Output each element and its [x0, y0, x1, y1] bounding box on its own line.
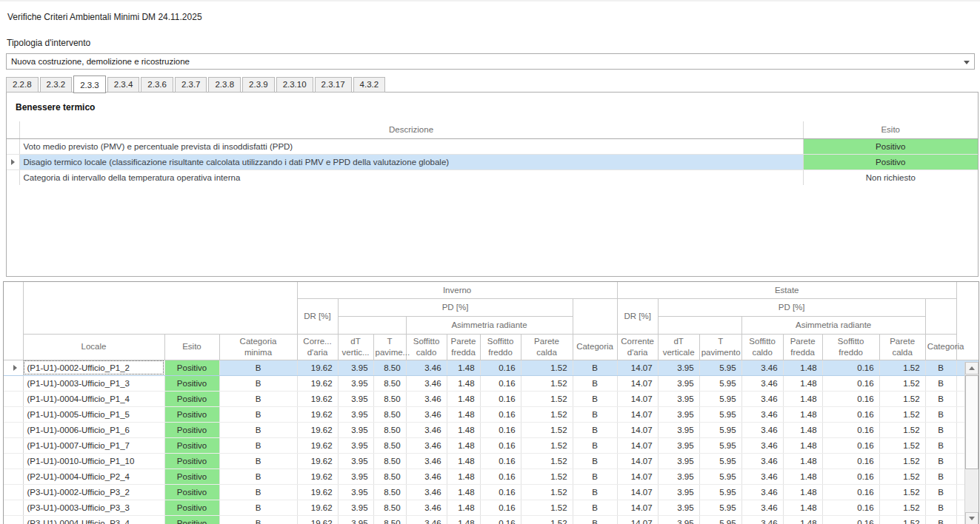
- inverno-parete-fredda-cell[interactable]: 1.48: [447, 422, 480, 437]
- locale-cell[interactable]: (P3-U1)-0004-Ufficio_P3_4: [23, 515, 164, 524]
- locale-cell[interactable]: (P2-U1)-0004-Ufficio_P2_4: [23, 468, 164, 484]
- inverno-t-pavimento-cell[interactable]: 8.50: [373, 422, 406, 437]
- locale-cell[interactable]: (P1-U1)-0010-Ufficio_P1_10: [23, 453, 164, 468]
- benessere-row[interactable]: Voto medio previsto (PMV) e percentuale …: [7, 138, 978, 154]
- inverno-dt-verticale-cell[interactable]: 3.95: [338, 437, 373, 453]
- estate-soffitto-freddo-cell[interactable]: 0.16: [822, 375, 879, 391]
- column-header-dt-vertic[interactable]: dT vertic...: [338, 334, 373, 360]
- estate-soffitto-freddo-cell[interactable]: 0.16: [822, 437, 879, 453]
- estate-corrente-daria-cell[interactable]: 14.07: [617, 468, 658, 484]
- inverno-soffitto-freddo-cell[interactable]: 0.16: [480, 500, 521, 515]
- estate-dt-verticale-cell[interactable]: 3.95: [658, 391, 699, 406]
- column-header-parete-calda[interactable]: Parete calda: [879, 334, 925, 360]
- estate-dt-verticale-cell[interactable]: 3.95: [658, 406, 699, 422]
- esito-cell[interactable]: Positivo: [164, 375, 219, 391]
- inverno-parete-calda-cell[interactable]: 1.52: [521, 437, 573, 453]
- column-header-corrente-d-aria[interactable]: Corrente d'aria: [617, 334, 658, 360]
- tab-2-3-3[interactable]: 2.3.3: [73, 75, 106, 93]
- inverno-parete-calda-cell[interactable]: 1.52: [521, 515, 573, 524]
- estate-parete-fredda-cell[interactable]: 1.48: [783, 515, 822, 524]
- inverno-soffitto-caldo-cell[interactable]: 3.46: [406, 468, 447, 484]
- column-header-categoria[interactable]: Categoria: [573, 334, 617, 360]
- inverno-t-pavimento-cell[interactable]: 8.50: [373, 406, 406, 422]
- inverno-parete-calda-cell[interactable]: 1.52: [521, 453, 573, 468]
- categoria-minima-cell[interactable]: B: [219, 453, 297, 468]
- inverno-parete-fredda-cell[interactable]: 1.48: [447, 375, 480, 391]
- inverno-categoria-cell[interactable]: B: [573, 468, 617, 484]
- inverno-corrente-daria-cell[interactable]: 19.62: [297, 391, 338, 406]
- esito-cell[interactable]: Positivo: [164, 422, 219, 437]
- grid-row[interactable]: (P1-U1)-0007-Ufficio_P1_7PositivoB19.623…: [4, 437, 979, 453]
- inverno-soffitto-freddo-cell[interactable]: 0.16: [480, 360, 521, 375]
- categoria-minima-cell[interactable]: B: [219, 500, 297, 515]
- inverno-parete-calda-cell[interactable]: 1.52: [521, 406, 573, 422]
- column-header-soffitto-caldo[interactable]: Soffitto caldo: [741, 334, 783, 360]
- estate-corrente-daria-cell[interactable]: 14.07: [617, 375, 658, 391]
- categoria-minima-cell[interactable]: B: [219, 360, 297, 375]
- categoria-minima-cell[interactable]: B: [219, 406, 297, 422]
- estate-soffitto-freddo-cell[interactable]: 0.16: [822, 468, 879, 484]
- inverno-soffitto-caldo-cell[interactable]: 3.46: [406, 360, 447, 375]
- estate-parete-calda-cell[interactable]: 1.52: [879, 360, 925, 375]
- inverno-soffitto-caldo-cell[interactable]: 3.46: [406, 500, 447, 515]
- estate-t-pavimento-cell[interactable]: 5.95: [699, 500, 741, 515]
- inverno-dt-verticale-cell[interactable]: 3.95: [338, 500, 373, 515]
- inverno-parete-calda-cell[interactable]: 1.52: [521, 500, 573, 515]
- tab-2-3-6[interactable]: 2.3.6: [141, 77, 173, 93]
- inverno-soffitto-freddo-cell[interactable]: 0.16: [480, 468, 521, 484]
- esito-cell[interactable]: Positivo: [803, 154, 978, 169]
- estate-dt-verticale-cell[interactable]: 3.95: [658, 360, 699, 375]
- estate-parete-fredda-cell[interactable]: 1.48: [783, 484, 822, 500]
- grid-row[interactable]: (P3-U1)-0003-Ufficio_P3_3PositivoB19.623…: [4, 500, 979, 515]
- locale-cell[interactable]: (P3-U1)-0002-Ufficio_P3_2: [23, 484, 164, 500]
- inverno-corrente-daria-cell[interactable]: 19.62: [297, 422, 338, 437]
- inverno-t-pavimento-cell[interactable]: 8.50: [373, 468, 406, 484]
- estate-t-pavimento-cell[interactable]: 5.95: [699, 453, 741, 468]
- grid-row[interactable]: (P1-U1)-0003-Ufficio_P1_3PositivoB19.623…: [4, 375, 979, 391]
- estate-parete-calda-cell[interactable]: 1.52: [879, 468, 925, 484]
- estate-dt-verticale-cell[interactable]: 3.95: [658, 500, 699, 515]
- estate-soffitto-freddo-cell[interactable]: 0.16: [822, 406, 879, 422]
- estate-dt-verticale-cell[interactable]: 3.95: [658, 422, 699, 437]
- estate-soffitto-freddo-cell[interactable]: 0.16: [822, 515, 879, 524]
- inverno-soffitto-caldo-cell[interactable]: 3.46: [406, 422, 447, 437]
- estate-parete-fredda-cell[interactable]: 1.48: [783, 391, 822, 406]
- estate-dt-verticale-cell[interactable]: 3.95: [658, 515, 699, 524]
- estate-soffitto-caldo-cell[interactable]: 3.46: [741, 391, 783, 406]
- inverno-corrente-daria-cell[interactable]: 19.62: [297, 500, 338, 515]
- benessere-row[interactable]: Disagio termico locale (classificazione …: [7, 154, 978, 169]
- estate-soffitto-caldo-cell[interactable]: 3.46: [741, 484, 783, 500]
- inverno-dt-verticale-cell[interactable]: 3.95: [338, 391, 373, 406]
- estate-t-pavimento-cell[interactable]: 5.95: [699, 515, 741, 524]
- inverno-parete-calda-cell[interactable]: 1.52: [521, 484, 573, 500]
- inverno-soffitto-freddo-cell[interactable]: 0.16: [480, 515, 521, 524]
- inverno-dt-verticale-cell[interactable]: 3.95: [338, 484, 373, 500]
- column-header-t-pavimento[interactable]: T pavimento: [699, 334, 741, 360]
- estate-parete-calda-cell[interactable]: 1.52: [879, 422, 925, 437]
- tab-2-3-4[interactable]: 2.3.4: [107, 77, 140, 93]
- tab-4-3-2[interactable]: 4.3.2: [353, 77, 386, 93]
- estate-corrente-daria-cell[interactable]: 14.07: [617, 422, 658, 437]
- inverno-categoria-cell[interactable]: B: [573, 360, 617, 375]
- estate-soffitto-caldo-cell[interactable]: 3.46: [741, 453, 783, 468]
- inverno-parete-calda-cell[interactable]: 1.52: [521, 391, 573, 406]
- inverno-dt-verticale-cell[interactable]: 3.95: [338, 468, 373, 484]
- inverno-soffitto-caldo-cell[interactable]: 3.46: [406, 437, 447, 453]
- estate-parete-fredda-cell[interactable]: 1.48: [783, 437, 822, 453]
- scroll-up-button[interactable]: [965, 362, 979, 374]
- inverno-dt-verticale-cell[interactable]: 3.95: [338, 453, 373, 468]
- estate-categoria-cell[interactable]: B: [925, 453, 956, 468]
- inverno-soffitto-freddo-cell[interactable]: 0.16: [480, 375, 521, 391]
- descrizione-cell[interactable]: Voto medio previsto (PMV) e percentuale …: [19, 138, 803, 154]
- column-header-categoria-minima[interactable]: Categoria minima: [219, 334, 297, 360]
- estate-categoria-cell[interactable]: B: [925, 391, 956, 406]
- estate-soffitto-caldo-cell[interactable]: 3.46: [741, 515, 783, 524]
- esito-cell[interactable]: Positivo: [164, 406, 219, 422]
- locale-cell[interactable]: (P1-U1)-0002-Ufficio_P1_2: [23, 360, 164, 375]
- locale-cell[interactable]: (P1-U1)-0003-Ufficio_P1_3: [23, 375, 164, 391]
- grid-row[interactable]: (P1-U1)-0004-Ufficio_P1_4PositivoB19.623…: [4, 391, 979, 406]
- inverno-parete-fredda-cell[interactable]: 1.48: [447, 406, 480, 422]
- estate-corrente-daria-cell[interactable]: 14.07: [617, 453, 658, 468]
- esito-cell[interactable]: Positivo: [164, 515, 219, 524]
- estate-parete-calda-cell[interactable]: 1.52: [879, 500, 925, 515]
